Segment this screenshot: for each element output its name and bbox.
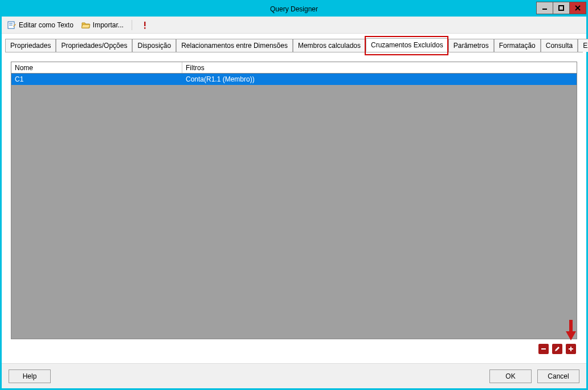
exclamation-icon — [140, 21, 149, 30]
cancel-button[interactable]: Cancel — [537, 369, 579, 383]
tab-consulta[interactable]: Consulta — [541, 39, 578, 52]
tab-bar: PropriedadesPropriedades/OpçõesDisposiçã… — [2, 34, 586, 52]
window-controls — [537, 2, 586, 14]
remove-button[interactable] — [538, 344, 549, 354]
grid-header: Nome Filtros — [11, 62, 577, 74]
cell-filtros: Conta(R1.1 (Membro)) — [182, 74, 577, 84]
tab-membros-calculados[interactable]: Membros calculados — [293, 39, 366, 52]
tab-propriedades-op-es[interactable]: Propriedades/Opções — [56, 39, 132, 52]
titlebar: Query Designer — [2, 2, 586, 17]
maximize-button[interactable] — [553, 2, 570, 14]
edit-text-icon — [7, 21, 17, 30]
client-area: Editar como Texto Importar... — [2, 17, 586, 388]
toolbar-separator — [132, 20, 132, 30]
grid: Nome Filtros C1Conta(R1.1 (Membro)) — [11, 62, 577, 339]
alert-button[interactable] — [138, 19, 152, 31]
tab-propriedades[interactable]: Propriedades — [5, 39, 56, 52]
table-row[interactable]: C1Conta(R1.1 (Membro)) — [11, 74, 577, 85]
close-button[interactable] — [569, 2, 586, 14]
cell-nome: C1 — [11, 74, 182, 84]
tab-execu-o[interactable]: Execução — [578, 39, 588, 52]
footer: Help OK Cancel — [2, 363, 586, 388]
svg-rect-9 — [541, 348, 546, 350]
minimize-button[interactable] — [536, 2, 553, 14]
tab-content: Nome Filtros C1Conta(R1.1 (Membro)) — [2, 52, 586, 363]
toolbar: Editar como Texto Importar... — [2, 17, 586, 34]
edit-as-text-button[interactable]: Editar como Texto — [5, 19, 76, 31]
tab-par-metros[interactable]: Parâmetros — [448, 39, 494, 52]
tab-formata-o[interactable]: Formatação — [494, 39, 541, 52]
edit-as-text-label: Editar como Texto — [19, 21, 74, 29]
svg-rect-7 — [144, 22, 146, 26]
svg-rect-8 — [144, 27, 146, 29]
grid-body: C1Conta(R1.1 (Membro)) — [11, 74, 577, 339]
import-button[interactable]: Importar... — [79, 19, 126, 31]
row-actions — [11, 339, 577, 354]
tab-disposi-o[interactable]: Disposição — [132, 39, 176, 52]
window-title: Query Designer — [2, 5, 586, 13]
tab-relacionamentos-entre-dimens-es[interactable]: Relacionamentos entre Dimensões — [176, 39, 293, 52]
edit-button[interactable] — [552, 344, 562, 354]
help-button[interactable]: Help — [9, 369, 51, 383]
folder-open-icon — [81, 21, 91, 30]
tab-cruzamentos-exclu-dos[interactable]: Cruzamentos Excluídos — [366, 38, 448, 52]
svg-rect-11 — [569, 348, 573, 350]
add-button[interactable] — [566, 344, 576, 354]
column-header-nome[interactable]: Nome — [11, 62, 182, 73]
ok-button[interactable]: OK — [489, 369, 532, 383]
column-header-filtros[interactable]: Filtros — [182, 62, 577, 73]
import-label: Importar... — [93, 21, 124, 29]
window: Query Designer — [0, 0, 588, 390]
svg-rect-1 — [559, 6, 564, 10]
